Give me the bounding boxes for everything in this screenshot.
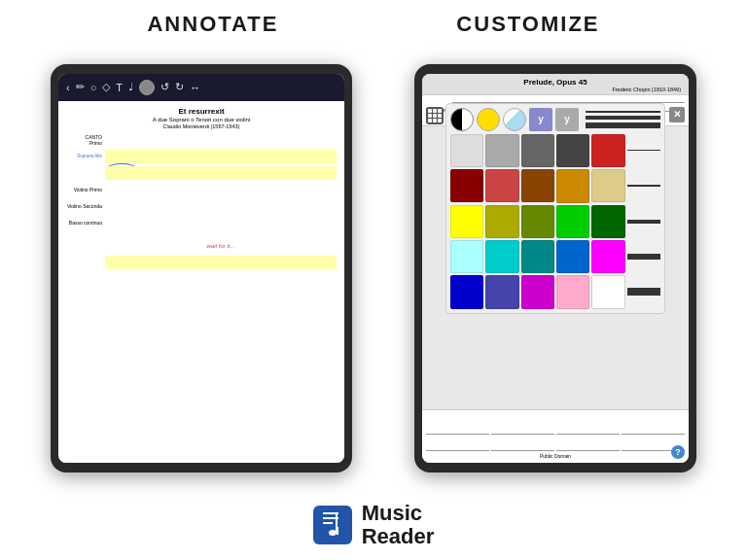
- line-bar-1: [627, 150, 660, 151]
- staff-hl3: [105, 289, 337, 302]
- grid-dot: [433, 119, 437, 122]
- grid-dot: [438, 119, 442, 122]
- line-bar-4: [627, 254, 660, 260]
- color-cyan[interactable]: [485, 240, 518, 273]
- customize-heading: CUSTOMIZE: [456, 12, 599, 37]
- line-cell-5[interactable]: [627, 275, 660, 308]
- color-dkgreen[interactable]: [591, 205, 624, 238]
- part-label-soprano: Soprano Alto: [66, 154, 105, 158]
- color-indigo[interactable]: [485, 275, 518, 308]
- logo-svg: [320, 510, 345, 540]
- staff-canto: [105, 133, 337, 147]
- color-yellow[interactable]: [450, 205, 483, 238]
- soprano-line2: [66, 166, 337, 180]
- violino-seconda-line: Violino Seconda: [66, 199, 337, 213]
- color-palette: y y: [445, 103, 665, 314]
- color-ltcyan[interactable]: [450, 240, 483, 273]
- color-red[interactable]: [591, 134, 624, 167]
- line-cell-2[interactable]: [627, 169, 660, 202]
- line-cell-4[interactable]: [627, 240, 660, 273]
- customize-composer: Frederic Chopin (1810-1849): [430, 87, 681, 92]
- color-blue[interactable]: [556, 240, 589, 273]
- color-white[interactable]: [450, 134, 483, 167]
- line-cell-1[interactable]: [627, 134, 660, 167]
- violino-primo-line: Violino Primo: [66, 183, 337, 196]
- color-dgray[interactable]: [556, 134, 589, 167]
- y-button-1[interactable]: y: [529, 108, 552, 131]
- text-icon[interactable]: T: [116, 82, 123, 93]
- highlight-line2: [66, 272, 337, 286]
- color-dkpurple[interactable]: [521, 275, 554, 308]
- color-pink[interactable]: [556, 275, 589, 308]
- svg-rect-2: [323, 522, 333, 524]
- color-circle-yellow[interactable]: [477, 108, 500, 131]
- grid-dot: [433, 114, 437, 118]
- line-samples: [582, 111, 660, 128]
- staff-wait1: wait for it...: [105, 239, 337, 253]
- help-button[interactable]: ?: [671, 445, 685, 459]
- highlight-icon[interactable]: ◇: [102, 81, 110, 93]
- color-circle[interactable]: [139, 80, 155, 95]
- grid-dot: [433, 109, 437, 113]
- staff-soprano: [105, 150, 337, 163]
- line-thin: [586, 111, 660, 113]
- svg-point-4: [329, 530, 337, 536]
- staff-soprano2: [105, 166, 337, 180]
- color-mgray[interactable]: [521, 134, 554, 167]
- y-button-2[interactable]: y: [555, 108, 579, 131]
- line-thick: [586, 122, 660, 128]
- highlight-line4: [66, 305, 337, 319]
- color-dkyellow[interactable]: [485, 205, 518, 238]
- color-circle-lightblue[interactable]: [503, 108, 526, 131]
- pencil-icon[interactable]: ✏: [76, 81, 85, 93]
- score-area: Et resurrexit A due Soprani o Tenori con…: [58, 101, 344, 463]
- line-bar-5: [627, 288, 660, 296]
- color-lgray[interactable]: [485, 134, 518, 167]
- staff-hl2: [105, 272, 337, 286]
- canto-primo-line: CANTOPrimo: [66, 133, 337, 147]
- color-dkblue[interactable]: [450, 275, 483, 308]
- line-cell-3[interactable]: [627, 205, 660, 238]
- annotate-tablet: ‹ ✏ ○ ◇ T ♩ ↺ ↻ ↔ Et resurrexit A due So…: [51, 64, 352, 472]
- score-subtitle: A due Soprani o Tenori con due violini: [66, 117, 337, 122]
- annotate-heading: ANNOTATE: [147, 12, 278, 37]
- soprano-alto-line: Soprano Alto: [66, 150, 337, 163]
- annotate-toolbar: ‹ ✏ ○ ◇ T ♩ ↺ ↻ ↔: [58, 74, 344, 101]
- grid-icon[interactable]: [426, 107, 444, 124]
- color-magenta[interactable]: [591, 240, 624, 273]
- staff-basso: [105, 216, 337, 229]
- color-brown[interactable]: [521, 169, 554, 202]
- customize-header: Prelude, Opus 45 Frederic Chopin (1810-1…: [422, 74, 689, 95]
- color-teal[interactable]: [521, 240, 554, 273]
- close-button[interactable]: ✕: [669, 107, 685, 122]
- bottom-staff-3: [556, 422, 620, 451]
- grid-dot: [428, 119, 432, 122]
- back-icon[interactable]: ‹: [66, 82, 70, 93]
- color-cream[interactable]: [591, 169, 624, 202]
- part-label-violino2: Violino Seconda: [66, 203, 105, 209]
- color-white2[interactable]: [591, 275, 624, 308]
- annotate-screen: ‹ ✏ ○ ◇ T ♩ ↺ ↻ ↔ Et resurrexit A due So…: [58, 74, 344, 463]
- color-circle-bw[interactable]: [450, 108, 474, 131]
- pen-icon[interactable]: ○: [90, 82, 97, 93]
- highlight-line1: [66, 256, 337, 269]
- color-green[interactable]: [556, 205, 589, 238]
- music-icon[interactable]: ♩: [128, 81, 133, 93]
- logo-icon: [313, 506, 352, 544]
- logo-name-2: Reader: [362, 525, 435, 548]
- color-orange[interactable]: [556, 169, 589, 202]
- line-medium: [586, 116, 660, 120]
- arrows-icon[interactable]: ↔: [190, 82, 200, 93]
- logo-text: Music Reader: [362, 502, 435, 548]
- footer: Music Reader: [313, 492, 435, 560]
- staff-hl4: [105, 305, 337, 319]
- color-olive[interactable]: [521, 205, 554, 238]
- undo-icon[interactable]: ↺: [160, 81, 169, 93]
- staff-violino1: [105, 183, 337, 196]
- redo-icon[interactable]: ↻: [175, 81, 184, 93]
- logo-name-1: Music: [362, 502, 435, 525]
- grid-dot: [428, 109, 432, 113]
- color-rose[interactable]: [485, 169, 518, 202]
- color-darkred[interactable]: [450, 169, 483, 202]
- svg-rect-5: [337, 527, 338, 535]
